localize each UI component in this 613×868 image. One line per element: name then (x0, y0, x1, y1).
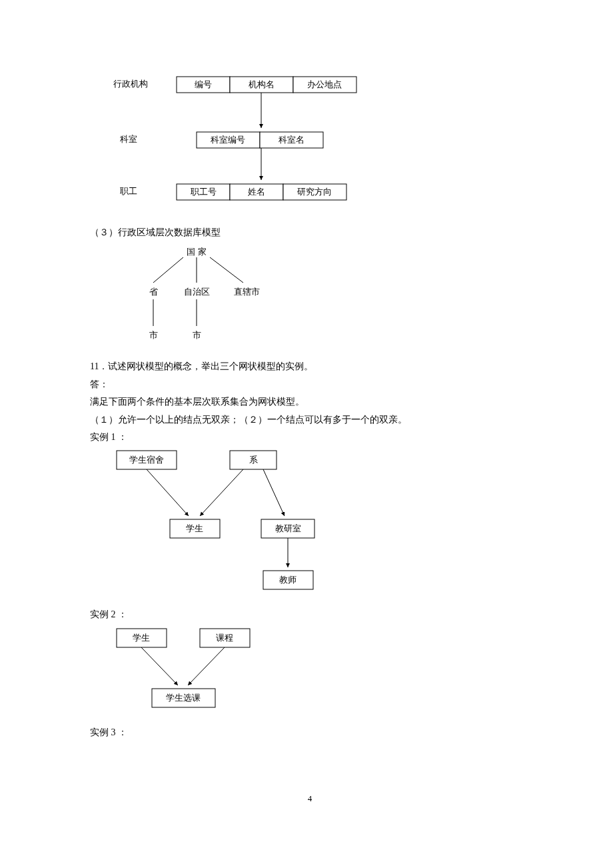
d4-selection: 学生选课 (166, 693, 201, 703)
d1-label-staff: 职工 (120, 186, 137, 196)
d1-cell-deptno: 科室编号 (211, 135, 245, 145)
d4-student: 学生 (133, 633, 150, 643)
d3-dorm: 学生宿舍 (129, 455, 164, 465)
svg-line-26 (141, 647, 178, 685)
svg-line-19 (263, 469, 285, 516)
d2-autonomous: 自治区 (184, 287, 210, 297)
para-conditions: （１）允许一个以上的结点无双亲；（２）一个结点可以有多于一个的双亲。 (90, 413, 530, 427)
d1-label-dept: 科室 (120, 134, 137, 144)
d2-municipality: 直辖市 (234, 287, 260, 297)
para-example1-label: 实例 1 ： (90, 430, 530, 445)
svg-line-17 (147, 469, 189, 516)
diagram-network-example1: 学生宿舍 系 学生 教研室 教师 (113, 447, 530, 594)
para-example2-label: 实例 2 ： (90, 607, 530, 622)
para-cond-intro: 满足下面两个条件的基本层次联系集合为网状模型。 (90, 395, 530, 409)
page-number: 4 (90, 793, 530, 804)
para-example3-label: 实例 3 ： (90, 725, 530, 740)
diagram1-svg: 行政机构 编号 机构名 办公地点 科室 科室编号 科室名 职工 职工号 姓名 (113, 73, 393, 212)
d3-dept: 系 (249, 455, 258, 465)
d1-cell-number: 编号 (195, 79, 212, 89)
d3-teacher: 教师 (279, 575, 297, 585)
d1-cell-location: 办公地点 (307, 79, 342, 89)
d1-cell-staffno: 职工号 (191, 187, 217, 197)
d1-cell-orgname: 机构名 (249, 79, 275, 89)
diagram-region-tree: 国 家 省 自治区 直辖市 市 市 (130, 243, 530, 346)
d1-cell-deptname: 科室名 (279, 135, 305, 145)
d3-lab: 教研室 (275, 523, 301, 533)
diagram4-svg: 学生 课程 学生选课 (113, 625, 280, 712)
diagram3-svg: 学生宿舍 系 学生 教研室 教师 (113, 447, 346, 594)
para-q11: 11．试述网状模型的概念，举出三个网状模型的实例。 (90, 359, 530, 374)
diagram-network-example2: 学生 课程 学生选课 (113, 625, 530, 712)
diagram2-svg: 国 家 省 自治区 直辖市 市 市 (130, 243, 283, 346)
para-region-model-title: （３）行政区域层次数据库模型 (90, 225, 530, 240)
para-answer: 答： (90, 377, 530, 392)
svg-line-10 (153, 257, 183, 283)
d4-course: 课程 (216, 633, 233, 643)
svg-line-18 (200, 469, 243, 516)
d2-city2: 市 (193, 330, 201, 340)
d1-cell-research: 研究方向 (297, 187, 332, 197)
d2-province: 省 (149, 287, 158, 297)
d1-label-admin: 行政机构 (113, 79, 148, 89)
svg-line-27 (188, 647, 225, 685)
svg-line-12 (210, 257, 243, 283)
d1-cell-name: 姓名 (248, 187, 265, 197)
d2-city1: 市 (149, 330, 158, 340)
d2-country: 国 家 (187, 247, 206, 257)
diagram-hierarchical-admin: 行政机构 编号 机构名 办公地点 科室 科室编号 科室名 职工 职工号 姓名 (113, 73, 530, 212)
d3-student: 学生 (186, 523, 203, 533)
